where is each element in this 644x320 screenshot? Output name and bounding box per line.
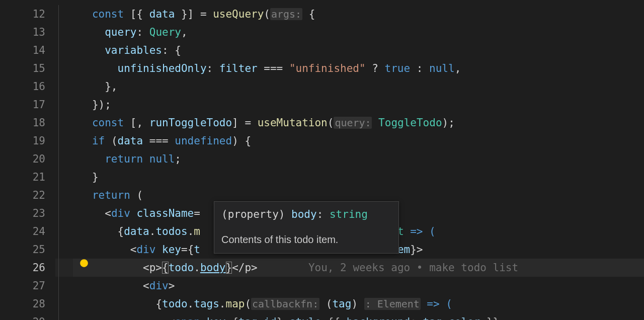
line-number: 23 bbox=[0, 204, 45, 222]
line-number: 27 bbox=[0, 277, 45, 295]
code-line-active[interactable]: <p>{todo.body}</p> You, 2 weeks ago • ma… bbox=[73, 259, 644, 277]
line-number: 29 bbox=[0, 313, 45, 320]
line-number: 22 bbox=[0, 186, 45, 204]
code-line[interactable]: <span key={tag.id} style={{ background: … bbox=[73, 313, 644, 320]
line-number: 16 bbox=[0, 77, 45, 96]
line-number: 25 bbox=[0, 241, 45, 259]
line-number: 21 bbox=[0, 168, 45, 186]
line-number: 15 bbox=[0, 59, 45, 77]
code-line[interactable]: const [, runToggleTodo] = useMutation(qu… bbox=[73, 114, 644, 132]
line-number: 19 bbox=[0, 132, 45, 150]
line-number: 20 bbox=[0, 150, 45, 168]
code-line[interactable]: if (data === undefined) { bbox=[73, 132, 644, 150]
hover-tooltip: (property) body: string Contents of this… bbox=[214, 201, 399, 254]
inlay-hint: callbackfn: bbox=[251, 298, 319, 310]
code-line[interactable]: } bbox=[73, 168, 644, 186]
code-editor[interactable]: 12 13 14 15 16 17 18 19 20 21 22 23 24 2… bbox=[0, 0, 644, 320]
code-line[interactable]: }); bbox=[73, 96, 644, 114]
code-line[interactable]: <div> bbox=[73, 277, 644, 295]
line-number: 28 bbox=[0, 295, 45, 313]
git-blame-inline: You, 2 weeks ago • make todo list bbox=[308, 262, 518, 274]
inlay-hint: args: bbox=[270, 8, 302, 20]
line-number: 24 bbox=[0, 222, 45, 241]
hover-documentation: Contents of this todo item. bbox=[221, 231, 391, 248]
code-line[interactable]: unfinishedOnly: filter === "unfinished" … bbox=[73, 59, 644, 77]
line-number: 14 bbox=[0, 41, 45, 59]
code-line[interactable]: const [{ data }] = useQuery(args: { bbox=[73, 5, 644, 23]
fold-margin bbox=[55, 0, 73, 320]
hover-signature: (property) body: string bbox=[221, 206, 391, 224]
code-area[interactable]: const [{ data }] = useQuery(args: { quer… bbox=[73, 0, 644, 320]
line-number: 13 bbox=[0, 23, 45, 41]
code-line[interactable]: {todo.tags.map(callbackfn: (tag) : Eleme… bbox=[73, 295, 644, 313]
code-line[interactable]: variables: { bbox=[73, 41, 644, 59]
line-number: 12 bbox=[0, 5, 45, 23]
line-number: 18 bbox=[0, 114, 45, 132]
code-line[interactable]: query: Query, bbox=[73, 23, 644, 41]
inlay-hint: query: bbox=[334, 117, 372, 129]
code-line[interactable]: }, bbox=[73, 77, 644, 96]
line-number-gutter: 12 13 14 15 16 17 18 19 20 21 22 23 24 2… bbox=[0, 0, 55, 320]
inlay-hint: : Element bbox=[364, 298, 421, 310]
line-number: 26 bbox=[0, 259, 45, 277]
lightbulb-icon[interactable] bbox=[79, 259, 89, 268]
line-number: 17 bbox=[0, 96, 45, 114]
code-line[interactable]: return null; bbox=[73, 150, 644, 168]
svg-point-0 bbox=[80, 259, 88, 267]
